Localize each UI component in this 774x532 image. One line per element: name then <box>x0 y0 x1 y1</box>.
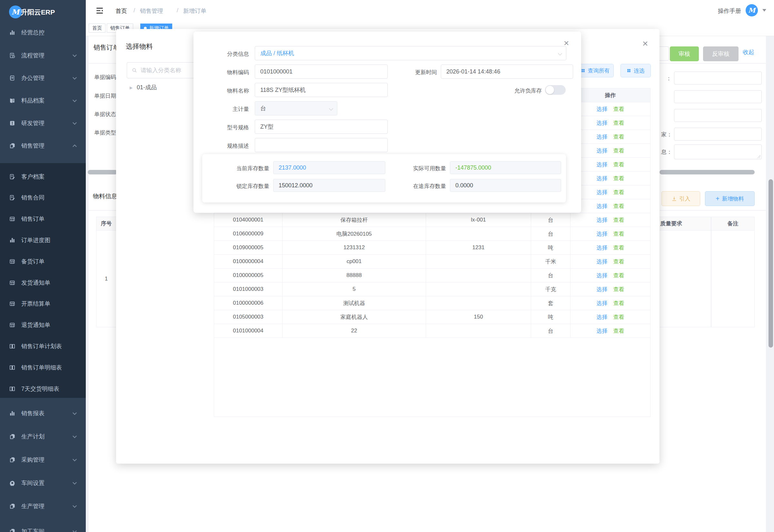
view-link[interactable]: 查看 <box>613 272 624 279</box>
code-input[interactable]: 0101000001 <box>255 64 388 79</box>
unaudit-button[interactable]: 反审核 <box>703 46 739 61</box>
view-link[interactable]: 查看 <box>613 147 624 154</box>
grid-icon <box>581 68 585 73</box>
select-link[interactable]: 选择 <box>597 189 608 196</box>
sidebar-item-invoice-settlement[interactable]: 开票结算单 <box>0 293 86 314</box>
collapse-sidebar-icon[interactable] <box>95 6 104 15</box>
form-input-1[interactable] <box>674 72 762 84</box>
available-input[interactable]: -147875.0000 <box>450 161 561 174</box>
resize-handle-icon[interactable] <box>757 155 760 158</box>
sidebar-item-sales-order-plan[interactable]: 销售订单计划表 <box>0 336 86 357</box>
allow-negative-toggle[interactable] <box>545 85 566 95</box>
view-link[interactable]: 查看 <box>613 175 624 182</box>
seq-column-header: 序号 <box>96 217 116 231</box>
select-link[interactable]: 选择 <box>597 133 608 141</box>
view-link[interactable]: 查看 <box>613 202 624 210</box>
current-stock-input[interactable]: 2137.0000 <box>273 161 385 174</box>
model-input[interactable]: ZY型 <box>255 120 388 134</box>
category-select[interactable]: 成品 / 纸杯机 <box>255 46 566 60</box>
sidebar-item-sales-management[interactable]: 销售管理 <box>0 134 86 157</box>
select-link[interactable]: 选择 <box>597 272 608 279</box>
select-link[interactable]: 选择 <box>597 147 608 154</box>
name-input[interactable]: 118S ZY型纸杯机 <box>255 83 388 97</box>
sidebar-item-workshop-settings[interactable]: 车间设置 <box>0 471 86 495</box>
form-input-3[interactable] <box>674 109 762 122</box>
sidebar-item-delivery-notice[interactable]: 发货通知单 <box>0 272 86 293</box>
sidebar-item-processing-workshop[interactable]: 加工车间 <box>0 520 86 532</box>
sidebar-item-purchase-management[interactable]: 采购管理 <box>0 448 86 471</box>
sidebar-item-process-management[interactable]: 流程管理 <box>0 44 86 67</box>
sidebar-item-sales-order[interactable]: 销售订单 <box>0 208 86 230</box>
collapse-link[interactable]: 收起 <box>743 48 754 56</box>
sidebar-item-operations-dashboard[interactable]: 经营总控 <box>0 21 86 44</box>
materials-tab[interactable]: 物料信息 <box>93 192 117 201</box>
view-link[interactable]: 查看 <box>613 327 624 335</box>
select-link[interactable]: 选择 <box>597 230 608 238</box>
open-book-icon <box>9 386 15 392</box>
select-link[interactable]: 选择 <box>597 244 608 251</box>
updated-input[interactable]: 2026-01-14 14:48:46 <box>441 64 573 79</box>
select-link[interactable]: 选择 <box>597 161 608 168</box>
close-icon[interactable]: × <box>642 39 648 48</box>
locked-stock-input[interactable]: 150012.0000 <box>273 179 385 192</box>
select-link[interactable]: 选择 <box>597 202 608 210</box>
horizontal-scrollbar[interactable] <box>660 170 755 174</box>
chevron-down-icon[interactable] <box>762 9 766 12</box>
view-link[interactable]: 查看 <box>613 105 624 113</box>
view-link[interactable]: 查看 <box>613 286 624 293</box>
app-logo[interactable]: M 升阳云ERP <box>0 0 86 24</box>
view-link[interactable]: 查看 <box>613 300 624 307</box>
select-link[interactable]: 选择 <box>597 216 608 224</box>
view-link[interactable]: 查看 <box>613 258 624 265</box>
vertical-scrollbar[interactable] <box>769 179 773 348</box>
form-textarea[interactable] <box>674 144 762 159</box>
sidebar-item-production-management[interactable]: 生产管理 <box>0 495 86 518</box>
tab-home[interactable]: 首页 <box>89 24 105 33</box>
sidebar-item-sales-contract[interactable]: 销售合同 <box>0 187 86 208</box>
sidebar-item-material-archives[interactable]: 料品档案 <box>0 89 86 112</box>
view-link[interactable]: 查看 <box>613 313 624 321</box>
query-all-button[interactable]: 查询所有 <box>577 64 614 77</box>
view-link[interactable]: 查看 <box>613 133 624 141</box>
select-link[interactable]: 选择 <box>597 119 608 127</box>
select-link[interactable]: 选择 <box>597 313 608 321</box>
select-link[interactable]: 选择 <box>597 327 608 335</box>
view-link[interactable]: 查看 <box>613 119 624 127</box>
sidebar-item-customer-archives[interactable]: 客户档案 <box>0 166 86 187</box>
manual-link[interactable]: 操作手册 <box>718 7 741 15</box>
sidebar-item-office-management[interactable]: 办公管理 <box>0 66 86 90</box>
import-button[interactable]: 引入 <box>661 191 700 206</box>
unit-label: 主计量 <box>193 105 249 113</box>
view-link[interactable]: 查看 <box>613 161 624 168</box>
sidebar-item-return-notice[interactable]: 退货通知单 <box>0 314 86 336</box>
breadcrumb-home[interactable]: 首页 <box>115 7 127 15</box>
chain-select-button[interactable]: 连选 <box>620 64 651 77</box>
audit-button[interactable]: 审核 <box>670 46 699 61</box>
select-link[interactable]: 选择 <box>597 105 608 113</box>
add-material-button[interactable]: + 新增物料 <box>705 191 755 206</box>
avatar[interactable]: M <box>746 4 758 16</box>
select-link[interactable]: 选择 <box>597 175 608 182</box>
form-input-2[interactable] <box>674 90 762 103</box>
sidebar-item-production-plan[interactable]: 生产计划 <box>0 425 86 448</box>
select-link[interactable]: 选择 <box>597 286 608 293</box>
view-link[interactable]: 查看 <box>613 244 624 251</box>
sidebar-item-sales-report[interactable]: 销售报表 <box>0 402 86 425</box>
view-link[interactable]: 查看 <box>613 216 624 224</box>
form-input-4[interactable] <box>674 128 762 141</box>
spec-desc-input[interactable] <box>255 138 388 152</box>
sidebar-item-stocking-order[interactable]: 备货订单 <box>0 251 86 272</box>
tree-caret-icon[interactable]: ▶ <box>130 85 133 90</box>
select-link[interactable]: 选择 <box>597 300 608 307</box>
select-link[interactable]: 选择 <box>597 258 608 265</box>
sidebar-item-sales-order-detail[interactable]: 销售订单明细表 <box>0 357 86 378</box>
view-link[interactable]: 查看 <box>613 230 624 238</box>
horizontal-scrollbar[interactable] <box>88 170 117 174</box>
tree-node-finished-goods[interactable]: 01-成品 <box>137 84 157 91</box>
sidebar-item-seven-day-delivery-detail[interactable]: 7天交货明细表 <box>0 378 86 399</box>
sidebar-item-rd-management[interactable]: 研发管理 <box>0 112 86 135</box>
sidebar-item-order-progress-chart[interactable]: 订单进度图 <box>0 230 86 251</box>
view-link[interactable]: 查看 <box>613 189 624 196</box>
unit-select[interactable]: 台 <box>255 101 337 115</box>
in-transit-input[interactable]: 0.0000 <box>450 179 561 192</box>
